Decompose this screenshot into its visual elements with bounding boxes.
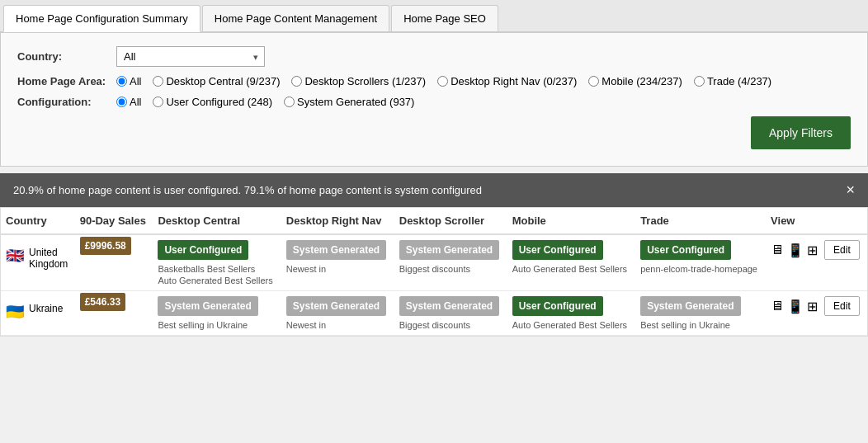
- desktop-right-nav-badge: System Generated: [286, 296, 386, 316]
- home-page-area-row: Home Page Area: All Desktop Central (9/2…: [17, 75, 851, 87]
- desktop-central-sub: Best selling in Ukraine: [158, 320, 276, 330]
- area-all-option[interactable]: All: [116, 75, 141, 87]
- table-header-row: Country 90-Day Sales Desktop Central Des…: [1, 208, 867, 234]
- trade-cell: User Configured penn-elcom-trade-homepag…: [635, 234, 766, 291]
- desktop-scroller-sub: Biggest discounts: [399, 264, 502, 274]
- mobile-badge: User Configured: [512, 296, 603, 316]
- desktop-scroller-sub: Biggest discounts: [399, 320, 502, 330]
- conf-user-option[interactable]: User Configured (248): [153, 96, 272, 108]
- desktop-right-nav-sub: Newest in: [286, 264, 389, 274]
- view-cell: 🖥 📱 ⊞ Edit: [766, 234, 867, 291]
- configuration-label: Configuration:: [17, 96, 116, 108]
- area-trade-option[interactable]: Trade (4/237): [694, 75, 771, 87]
- configuration-options: All User Configured (248) System Generat…: [116, 96, 422, 108]
- desktop-central-sub1: Basketballs Best Sellers: [158, 264, 276, 274]
- mobile-icon: 📱: [787, 243, 804, 258]
- configuration-row: Configuration: All User Configured (248)…: [17, 96, 851, 108]
- table-row: 🇺🇦 Ukraine £546.33 System Generated Best…: [1, 291, 867, 336]
- apply-button-row: Apply Filters: [17, 116, 851, 149]
- info-bar: 20.9% of home page content is user confi…: [0, 173, 868, 207]
- monitor-icon: 🖥: [771, 243, 784, 257]
- info-bar-close-button[interactable]: ×: [846, 181, 855, 199]
- trade-badge: System Generated: [640, 296, 740, 316]
- area-desktop-scrollers-option[interactable]: Desktop Scrollers (1/237): [291, 75, 426, 87]
- country-label: Country:: [17, 50, 116, 63]
- mobile-sub: Auto Generated Best Sellers: [512, 264, 630, 274]
- uk-flag-icon: 🇬🇧: [6, 247, 24, 265]
- country-cell: 🇬🇧 UnitedKingdom: [1, 234, 75, 291]
- desktop-scroller-badge: System Generated: [399, 296, 499, 316]
- desktop-scroller-badge: System Generated: [399, 240, 499, 260]
- mobile-cell: User Configured Auto Generated Best Sell…: [507, 291, 635, 336]
- col-desktop-right-nav: Desktop Right Nav: [281, 208, 394, 234]
- trade-sub: Best selling in Ukraine: [640, 320, 761, 330]
- columns-icon: ⊞: [807, 243, 818, 258]
- col-mobile: Mobile: [507, 208, 635, 234]
- tab-config-summary[interactable]: Home Page Configuration Summary: [3, 5, 200, 32]
- col-desktop-scroller: Desktop Scroller: [394, 208, 507, 234]
- area-desktop-right-nav-option[interactable]: Desktop Right Nav (0/237): [437, 75, 577, 87]
- sales-badge: £546.33: [80, 293, 125, 311]
- home-page-area-options: All Desktop Central (9/237) Desktop Scro…: [116, 75, 780, 87]
- conf-all-option[interactable]: All: [116, 96, 141, 108]
- col-trade: Trade: [635, 208, 766, 234]
- desktop-central-sub2: Auto Generated Best Sellers: [158, 276, 276, 285]
- desktop-central-badge: System Generated: [158, 296, 257, 316]
- mobile-cell: User Configured Auto Generated Best Sell…: [507, 234, 635, 291]
- desktop-right-nav-sub: Newest in: [286, 320, 389, 330]
- trade-cell: System Generated Best selling in Ukraine: [635, 291, 766, 336]
- mobile-sub: Auto Generated Best Sellers: [512, 320, 630, 330]
- desktop-right-nav-badge: System Generated: [286, 240, 386, 260]
- view-cell: 🖥 📱 ⊞ Edit: [766, 291, 867, 336]
- country-select-wrapper: All: [116, 46, 265, 67]
- info-bar-message: 20.9% of home page content is user confi…: [13, 184, 482, 196]
- filter-panel: Country: All Home Page Area: All Desktop…: [0, 32, 868, 167]
- desktop-right-nav-cell: System Generated Newest in: [281, 291, 394, 336]
- desktop-central-badge: User Configured: [158, 240, 248, 260]
- desktop-central-cell: System Generated Best selling in Ukraine: [153, 291, 281, 336]
- col-sales: 90-Day Sales: [75, 208, 153, 234]
- edit-button[interactable]: Edit: [824, 240, 860, 260]
- col-desktop-central: Desktop Central: [153, 208, 281, 234]
- mobile-icon: 📱: [787, 299, 804, 314]
- columns-icon: ⊞: [807, 299, 818, 314]
- conf-system-option[interactable]: System Generated (937): [284, 96, 414, 108]
- tab-content-management[interactable]: Home Page Content Management: [202, 5, 389, 31]
- col-view: View: [766, 208, 867, 234]
- edit-button[interactable]: Edit: [824, 296, 860, 316]
- view-icons: 🖥 📱 ⊞: [771, 243, 818, 258]
- sales-badge: £9996.58: [80, 237, 131, 255]
- desktop-right-nav-cell: System Generated Newest in: [281, 234, 394, 291]
- sales-cell: £9996.58: [75, 234, 153, 291]
- tab-seo[interactable]: Home Page SEO: [391, 5, 498, 31]
- home-page-area-label: Home Page Area:: [17, 75, 116, 87]
- data-table: Country 90-Day Sales Desktop Central Des…: [1, 208, 867, 336]
- country-cell: 🇺🇦 Ukraine: [1, 291, 75, 336]
- apply-filters-button[interactable]: Apply Filters: [751, 116, 851, 149]
- data-table-wrapper: Country 90-Day Sales Desktop Central Des…: [0, 207, 868, 337]
- country-filter-row: Country: All: [17, 46, 851, 67]
- tab-bar: Home Page Configuration Summary Home Pag…: [0, 0, 868, 32]
- monitor-icon: 🖥: [771, 299, 784, 313]
- country-select[interactable]: All: [116, 46, 265, 67]
- col-country: Country: [1, 208, 75, 234]
- desktop-central-cell: User Configured Basketballs Best Sellers…: [153, 234, 281, 291]
- trade-badge: User Configured: [640, 240, 731, 260]
- area-mobile-option[interactable]: Mobile (234/237): [588, 75, 682, 87]
- table-row: 🇬🇧 UnitedKingdom £9996.58 User Configure…: [1, 234, 867, 291]
- country-name: UnitedKingdom: [29, 247, 68, 270]
- desktop-scroller-cell: System Generated Biggest discounts: [394, 291, 507, 336]
- country-name: Ukraine: [29, 303, 63, 314]
- trade-sub: penn-elcom-trade-homepage: [640, 264, 761, 274]
- area-desktop-central-option[interactable]: Desktop Central (9/237): [153, 75, 280, 87]
- mobile-badge: User Configured: [512, 240, 603, 260]
- sales-cell: £546.33: [75, 291, 153, 336]
- view-icons: 🖥 📱 ⊞: [771, 299, 818, 314]
- ukraine-flag-icon: 🇺🇦: [6, 303, 24, 321]
- desktop-scroller-cell: System Generated Biggest discounts: [394, 234, 507, 291]
